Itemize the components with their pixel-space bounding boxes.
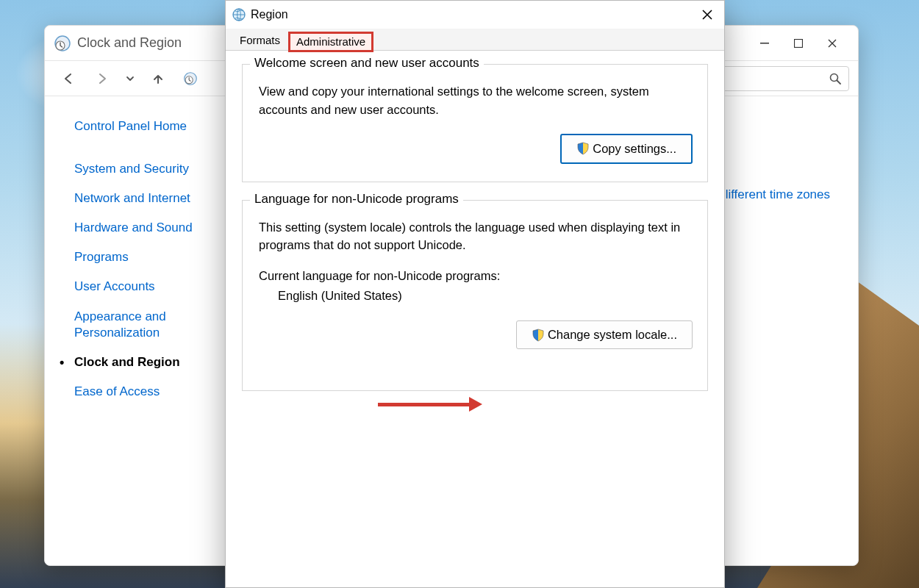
maximize-button[interactable] [782, 32, 815, 55]
current-locale-label: Current language for non-Unicode program… [259, 269, 691, 283]
uac-shield-icon [532, 329, 545, 342]
globe-icon [232, 7, 246, 22]
clock-region-icon [54, 35, 71, 52]
close-button[interactable] [815, 32, 849, 55]
search-input[interactable] [717, 66, 849, 91]
svg-rect-2 [760, 43, 769, 44]
region-dialog: Region Formats Administrative Welcome sc… [225, 0, 725, 588]
minimize-button[interactable] [748, 32, 782, 55]
sidebar-item-network-internet[interactable]: Network and Internet [74, 190, 212, 207]
region-titlebar: Region [226, 1, 724, 29]
control-panel-sidebar: Control Panel Home System and Security N… [45, 96, 221, 565]
history-chevron[interactable] [121, 65, 139, 92]
region-tabstrip: Formats Administrative [226, 29, 724, 51]
sidebar-item-ease-of-access[interactable]: Ease of Access [74, 384, 212, 400]
group-system-locale: Language for non-Unicode programs This s… [242, 200, 708, 391]
copy-settings-button[interactable]: Copy settings... [560, 134, 693, 164]
back-button[interactable] [54, 65, 83, 92]
address-bar-icon[interactable] [177, 65, 204, 92]
tab-formats[interactable]: Formats [232, 29, 288, 50]
region-tabpanel: Welcome screen and new user accounts Vie… [226, 51, 724, 422]
search-icon [829, 73, 841, 85]
group-welcome-screen: Welcome screen and new user accounts Vie… [242, 64, 708, 182]
copy-settings-button-label: Copy settings... [593, 142, 676, 156]
sidebar-item-hardware-sound[interactable]: Hardware and Sound [74, 220, 212, 236]
sidebar-item-appearance-personalization[interactable]: Appearance and Personalization [74, 309, 212, 341]
up-button[interactable] [143, 65, 173, 92]
sidebar-item-user-accounts[interactable]: User Accounts [74, 279, 212, 295]
change-system-locale-button-label: Change system locale... [548, 328, 677, 342]
uac-shield-icon [576, 142, 590, 155]
region-close-button[interactable] [690, 4, 724, 26]
group-locale-legend: Language for non-Unicode programs [250, 192, 463, 207]
change-system-locale-button[interactable]: Change system locale... [516, 320, 693, 349]
current-locale-value: English (United States) [278, 289, 691, 303]
sidebar-item-system-security[interactable]: System and Security [74, 161, 212, 177]
group-welcome-desc: View and copy your international setting… [259, 82, 691, 119]
svg-rect-3 [795, 39, 803, 47]
content-timezone-link[interactable]: lifferent time zones [726, 187, 830, 202]
region-title: Region [251, 8, 288, 21]
forward-button[interactable] [87, 65, 117, 92]
tab-administrative[interactable]: Administrative [288, 32, 373, 52]
sidebar-item-clock-region[interactable]: Clock and Region [74, 354, 212, 370]
group-welcome-legend: Welcome screen and new user accounts [250, 56, 484, 71]
sidebar-home-link[interactable]: Control Panel Home [74, 118, 212, 135]
group-locale-desc: This setting (system locale) controls th… [259, 218, 691, 255]
sidebar-item-programs[interactable]: Programs [74, 249, 212, 265]
control-panel-title: Clock and Region [77, 35, 182, 51]
